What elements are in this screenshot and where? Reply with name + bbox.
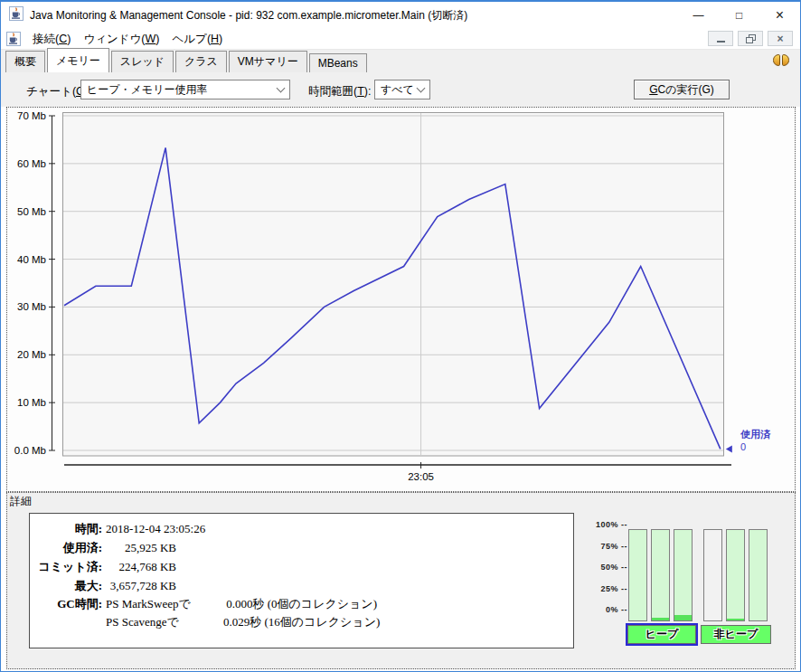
gauge-scale-label: 50% --	[580, 563, 627, 572]
window-title: Java Monitoring & Management Console - p…	[30, 8, 467, 24]
memory-pool-bar	[674, 529, 693, 621]
detail-value: 3,657,728 KB	[106, 579, 176, 593]
frame-minimize-icon	[717, 41, 725, 43]
frame-minimize-button[interactable]	[708, 31, 733, 46]
detail-value: PS Scavengeで0.029秒 (16個のコレクション)	[106, 614, 377, 630]
disconnected-icon	[773, 54, 789, 66]
memory-pool-bar	[749, 529, 768, 621]
frame-restore-icon	[746, 34, 756, 43]
memory-pool-bar	[726, 529, 745, 621]
time-range-value: すべて	[381, 82, 414, 98]
menu-item-1[interactable]: ウィンドウ(W)	[77, 30, 165, 49]
detail-row-1: 使用済:25,925 KB	[30, 538, 573, 557]
frame-restore-button[interactable]	[738, 31, 763, 46]
close-icon: ×	[776, 7, 784, 24]
frame-controls: ×	[708, 31, 793, 46]
memory-pool-bar	[703, 529, 722, 621]
minimize-button[interactable]: —	[678, 2, 719, 28]
window-controls: — □ ×	[678, 2, 800, 28]
detail-label: 時間:	[30, 521, 102, 537]
maximize-icon: □	[736, 9, 742, 22]
gauge-scale-label: 25% --	[580, 584, 627, 593]
gauge-button-非ヒープ[interactable]: 非ヒープ	[701, 625, 771, 644]
detail-value: 2018-12-04 23:05:26	[106, 522, 205, 536]
tab-メモリー[interactable]: メモリー	[47, 48, 109, 72]
detail-row-4: GC時間:PS MarkSweepで0.000秒 (0個のコレクション)	[30, 595, 573, 613]
chart-select[interactable]: ヒープ・メモリー使用率	[80, 80, 290, 99]
detail-row-5: PS Scavengeで0.029秒 (16個のコレクション)	[30, 613, 573, 631]
java-app-icon	[9, 6, 24, 21]
menu-bar: 接続(C)ウィンドウ(W)ヘルプ(H) ×	[1, 28, 800, 50]
tab-bar: 概要メモリースレッドクラスVMサマリーMBeans	[1, 50, 800, 72]
chart-select-value: ヒープ・メモリー使用率	[87, 82, 207, 98]
memory-pool-bar	[628, 529, 647, 621]
frame-close-button[interactable]: ×	[768, 31, 793, 46]
memory-pool-bar	[651, 529, 670, 621]
detail-value: PS MarkSweepで0.000秒 (0個のコレクション)	[106, 596, 377, 612]
time-range-label: 時間範囲(T):	[308, 84, 371, 99]
gauge-scale-label: 100% --	[580, 520, 627, 529]
title-bar: Java Monitoring & Management Console - p…	[1, 2, 800, 28]
detail-row-2: コミット済:224,768 KB	[30, 557, 573, 576]
detail-label: コミット済:	[30, 559, 102, 575]
tab-スレッド[interactable]: スレッド	[111, 51, 174, 72]
menu-item-2[interactable]: ヘルプ(H)	[166, 30, 230, 49]
detail-value: 25,925 KB	[106, 541, 176, 555]
details-title: 詳細	[10, 494, 32, 509]
memory-gauge-panel: 100% --75% --50% --25% --0% --ヒープ非ヒープ	[580, 507, 785, 656]
gauge-scale-label: 0% --	[580, 605, 627, 614]
tab-VMサマリー[interactable]: VMサマリー	[229, 51, 307, 72]
tab-MBeans[interactable]: MBeans	[309, 53, 367, 72]
gauge-button-ヒープ[interactable]: ヒープ	[627, 625, 696, 644]
detail-row-3: 最大:3,657,728 KB	[30, 576, 573, 595]
chart-panel	[6, 107, 796, 492]
java-frame-icon	[6, 32, 21, 46]
detail-label: 使用済:	[30, 540, 102, 556]
detail-value: 224,768 KB	[106, 560, 176, 574]
menu-item-0[interactable]: 接続(C)	[26, 30, 77, 49]
tab-クラス[interactable]: クラス	[175, 51, 227, 72]
gauge-scale-label: 75% --	[580, 542, 627, 551]
detail-row-0: 時間:2018-12-04 23:05:26	[30, 519, 573, 538]
tab-概要[interactable]: 概要	[5, 51, 45, 72]
details-panel: 詳細 時間:2018-12-04 23:05:26使用済:25,925 KBコミ…	[6, 492, 796, 669]
minimize-icon: —	[693, 9, 704, 22]
chevron-down-icon	[417, 83, 426, 92]
frame-close-icon: ×	[777, 33, 783, 44]
time-range-select[interactable]: すべて	[374, 80, 430, 99]
run-gc-button[interactable]: GCの実行(G)	[634, 80, 730, 99]
detail-label: 最大:	[30, 578, 102, 594]
close-button[interactable]: ×	[759, 2, 800, 28]
details-box: 時間:2018-12-04 23:05:26使用済:25,925 KBコミット済…	[29, 513, 574, 648]
maximize-button[interactable]: □	[719, 2, 759, 28]
detail-label: GC時間:	[30, 596, 102, 612]
jconsole-window: Java Monitoring & Management Console - p…	[0, 0, 801, 672]
chevron-down-icon	[277, 83, 286, 92]
